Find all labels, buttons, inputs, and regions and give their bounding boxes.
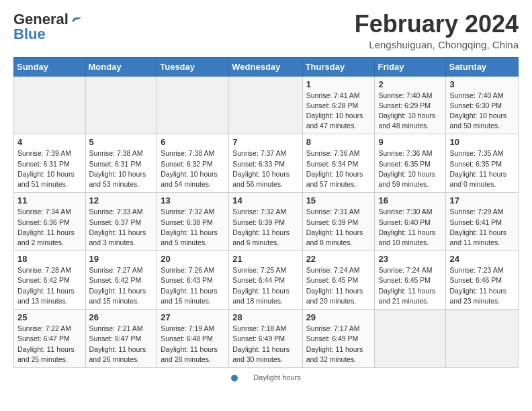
day-info: Sunrise: 7:26 AMSunset: 6:43 PMDaylight:… [161,265,225,306]
day-info: Sunrise: 7:34 AMSunset: 6:36 PMDaylight:… [17,207,82,248]
calendar-table: SundayMondayTuesdayWednesdayThursdayFrid… [13,57,519,368]
header-cell-monday: Monday [85,57,157,76]
calendar-cell [446,310,519,368]
calendar-cell: 13Sunrise: 7:32 AMSunset: 6:38 PMDayligh… [157,193,229,251]
day-number: 22 [306,254,371,264]
calendar-cell: 19Sunrise: 7:27 AMSunset: 6:42 PMDayligh… [85,251,157,310]
header-cell-thursday: Thursday [302,57,375,76]
day-info: Sunrise: 7:39 AMSunset: 6:31 PMDaylight:… [17,148,82,189]
day-info: Sunrise: 7:17 AMSunset: 6:49 PMDaylight:… [306,324,371,365]
header-cell-tuesday: Tuesday [157,57,229,76]
day-number: 1 [306,79,371,89]
calendar-cell [85,76,157,134]
day-info: Sunrise: 7:36 AMSunset: 6:35 PMDaylight:… [378,148,442,189]
calendar-cell: 24Sunrise: 7:23 AMSunset: 6:46 PMDayligh… [446,251,519,310]
day-number: 27 [161,312,225,322]
day-number: 6 [161,137,225,147]
day-number: 21 [232,254,298,264]
calendar-cell: 20Sunrise: 7:26 AMSunset: 6:43 PMDayligh… [157,251,229,310]
day-info: Sunrise: 7:23 AMSunset: 6:46 PMDaylight:… [449,265,515,306]
calendar-cell: 8Sunrise: 7:36 AMSunset: 6:34 PMDaylight… [302,134,375,193]
calendar-cell: 26Sunrise: 7:21 AMSunset: 6:47 PMDayligh… [85,310,157,368]
title-area: February 2024 Lengshuiguan, Chongqing, C… [355,11,519,50]
calendar-cell [14,76,86,134]
calendar-cell [375,310,446,368]
day-info: Sunrise: 7:24 AMSunset: 6:45 PMDaylight:… [378,265,442,306]
header-row: SundayMondayTuesdayWednesdayThursdayFrid… [14,57,519,76]
day-number: 4 [17,137,82,147]
day-info: Sunrise: 7:18 AMSunset: 6:49 PMDaylight:… [232,324,298,365]
calendar-cell: 6Sunrise: 7:38 AMSunset: 6:32 PMDaylight… [157,134,229,193]
day-number: 14 [232,195,298,205]
daylight-dot [231,375,238,381]
day-number: 29 [306,312,371,322]
calendar-week-0: 1Sunrise: 7:41 AMSunset: 6:28 PMDaylight… [14,76,519,134]
header: General Blue February 2024 Lengshuiguan,… [13,11,519,50]
day-number: 23 [378,254,442,264]
calendar-cell: 3Sunrise: 7:40 AMSunset: 6:30 PMDaylight… [446,76,519,134]
day-number: 3 [449,79,515,89]
calendar-week-1: 4Sunrise: 7:39 AMSunset: 6:31 PMDaylight… [14,134,519,193]
calendar-cell: 23Sunrise: 7:24 AMSunset: 6:45 PMDayligh… [375,251,446,310]
day-info: Sunrise: 7:40 AMSunset: 6:30 PMDaylight:… [449,91,515,132]
location-title: Lengshuiguan, Chongqing, China [355,39,519,50]
footer-note: Daylight hours [13,373,519,381]
day-info: Sunrise: 7:38 AMSunset: 6:31 PMDaylight:… [89,148,154,189]
calendar-week-2: 11Sunrise: 7:34 AMSunset: 6:36 PMDayligh… [14,193,519,251]
day-number: 20 [161,254,225,264]
day-info: Sunrise: 7:36 AMSunset: 6:34 PMDaylight:… [306,148,371,189]
calendar-cell: 4Sunrise: 7:39 AMSunset: 6:31 PMDaylight… [14,134,86,193]
calendar-cell: 28Sunrise: 7:18 AMSunset: 6:49 PMDayligh… [229,310,302,368]
calendar-header: SundayMondayTuesdayWednesdayThursdayFrid… [14,57,519,76]
day-number: 12 [89,195,154,205]
day-info: Sunrise: 7:32 AMSunset: 6:38 PMDaylight:… [161,207,225,248]
day-number: 15 [306,195,371,205]
day-number: 11 [17,195,82,205]
calendar-cell: 29Sunrise: 7:17 AMSunset: 6:49 PMDayligh… [302,310,375,368]
day-number: 13 [161,195,225,205]
day-number: 18 [17,254,82,264]
calendar-cell [229,76,302,134]
calendar-cell: 18Sunrise: 7:28 AMSunset: 6:42 PMDayligh… [14,251,86,310]
logo-blue-text: Blue [13,26,46,43]
header-cell-wednesday: Wednesday [229,57,302,76]
calendar-cell: 5Sunrise: 7:38 AMSunset: 6:31 PMDaylight… [85,134,157,193]
calendar-cell: 12Sunrise: 7:33 AMSunset: 6:37 PMDayligh… [85,193,157,251]
calendar-cell: 9Sunrise: 7:36 AMSunset: 6:35 PMDaylight… [375,134,446,193]
day-number: 16 [378,195,442,205]
calendar-cell: 2Sunrise: 7:40 AMSunset: 6:29 PMDaylight… [375,76,446,134]
day-info: Sunrise: 7:25 AMSunset: 6:44 PMDaylight:… [232,265,298,306]
calendar-cell: 21Sunrise: 7:25 AMSunset: 6:44 PMDayligh… [229,251,302,310]
day-info: Sunrise: 7:37 AMSunset: 6:33 PMDaylight:… [232,148,298,189]
calendar-cell: 10Sunrise: 7:35 AMSunset: 6:35 PMDayligh… [446,134,519,193]
day-info: Sunrise: 7:30 AMSunset: 6:40 PMDaylight:… [378,207,442,248]
header-cell-sunday: Sunday [14,57,86,76]
calendar-cell: 27Sunrise: 7:19 AMSunset: 6:48 PMDayligh… [157,310,229,368]
day-number: 10 [449,137,515,147]
day-number: 5 [89,137,154,147]
calendar-cell: 1Sunrise: 7:41 AMSunset: 6:28 PMDaylight… [302,76,375,134]
calendar-week-3: 18Sunrise: 7:28 AMSunset: 6:42 PMDayligh… [14,251,519,310]
day-number: 9 [378,137,442,147]
header-cell-friday: Friday [375,57,446,76]
day-info: Sunrise: 7:28 AMSunset: 6:42 PMDaylight:… [17,265,82,306]
calendar-cell: 7Sunrise: 7:37 AMSunset: 6:33 PMDaylight… [229,134,302,193]
day-number: 8 [306,137,371,147]
day-info: Sunrise: 7:38 AMSunset: 6:32 PMDaylight:… [161,148,225,189]
day-info: Sunrise: 7:29 AMSunset: 6:41 PMDaylight:… [449,207,515,248]
day-number: 26 [89,312,154,322]
month-title: February 2024 [355,11,519,38]
calendar-cell: 25Sunrise: 7:22 AMSunset: 6:47 PMDayligh… [14,310,86,368]
header-cell-saturday: Saturday [446,57,519,76]
day-info: Sunrise: 7:35 AMSunset: 6:35 PMDaylight:… [449,148,515,189]
day-number: 17 [449,195,515,205]
calendar-cell [157,76,229,134]
day-info: Sunrise: 7:24 AMSunset: 6:45 PMDaylight:… [306,265,371,306]
logo: General Blue [13,11,82,43]
day-number: 19 [89,254,154,264]
calendar-week-4: 25Sunrise: 7:22 AMSunset: 6:47 PMDayligh… [14,310,519,368]
calendar-body: 1Sunrise: 7:41 AMSunset: 6:28 PMDaylight… [14,76,519,367]
daylight-label: Daylight hours [224,373,307,381]
day-info: Sunrise: 7:22 AMSunset: 6:47 PMDaylight:… [17,324,82,365]
day-number: 2 [378,79,442,89]
